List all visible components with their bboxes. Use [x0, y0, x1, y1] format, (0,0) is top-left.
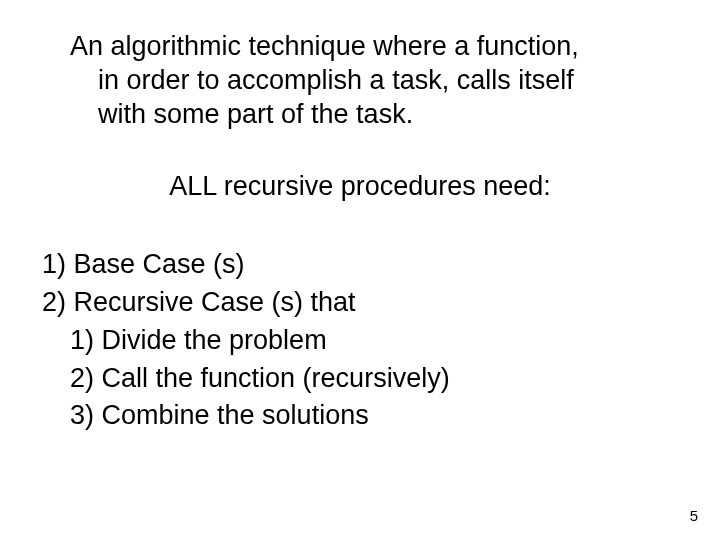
sublist-item-call: 2) Call the function (recursively): [42, 360, 680, 398]
section-heading: ALL recursive procedures need:: [40, 171, 680, 202]
definition-line-1: An algorithmic technique where a functio…: [70, 30, 680, 64]
definition-line-3: with some part of the task.: [70, 98, 680, 132]
definition-paragraph: An algorithmic technique where a functio…: [70, 30, 680, 131]
slide-container: An algorithmic technique where a functio…: [0, 0, 720, 540]
page-number: 5: [690, 507, 698, 524]
list-item-base-case: 1) Base Case (s): [42, 246, 680, 284]
procedure-list: 1) Base Case (s) 2) Recursive Case (s) t…: [42, 246, 680, 435]
sublist-item-combine: 3) Combine the solutions: [42, 397, 680, 435]
definition-line-2: in order to accomplish a task, calls its…: [70, 64, 680, 98]
sublist-item-divide: 1) Divide the problem: [42, 322, 680, 360]
list-item-recursive-case: 2) Recursive Case (s) that: [42, 284, 680, 322]
